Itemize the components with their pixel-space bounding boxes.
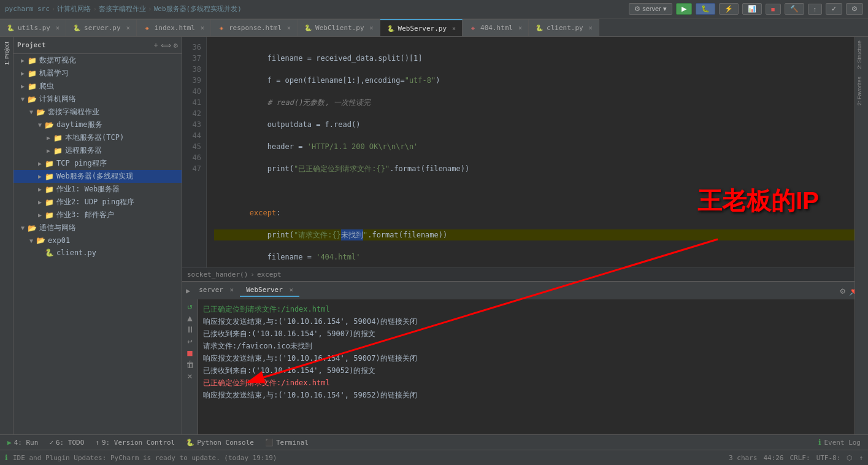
tab-server-py[interactable]: 🐍 server.py × xyxy=(66,19,137,36)
structure-tab[interactable]: 2: Structure xyxy=(855,37,868,73)
tree-arrow: ▶ xyxy=(18,83,27,90)
tree-arrow: ▶ xyxy=(44,134,53,141)
tree-item-network[interactable]: ▼ 📂 计算机网络 xyxy=(13,93,182,106)
close-tab-icon[interactable]: × xyxy=(518,25,522,31)
gear-icon[interactable]: ⚙ xyxy=(174,41,178,50)
bottom-run-panel: ▶ server × WebServer × ⚙ 📌 xyxy=(182,281,868,434)
vcs-tool-tab[interactable]: ↑ 9: Version Control xyxy=(90,437,180,448)
console-text: 已接收到来自:('10.10.16.154', 59052)的报文 xyxy=(203,364,375,377)
code-content[interactable]: filename = received_data.split()[1] f = … xyxy=(207,37,868,267)
tree-item-data-vis[interactable]: ▶ 📁 数据可视化 xyxy=(13,54,182,67)
event-log-icon: ℹ xyxy=(818,438,821,447)
close-tab-icon[interactable]: × xyxy=(287,25,291,31)
tab-index-html[interactable]: ◈ index.html × xyxy=(137,19,211,36)
soft-wrap-icon[interactable]: ↩ xyxy=(187,337,192,345)
stop-run-icon[interactable]: ■ xyxy=(187,348,192,357)
vcs-update[interactable]: ↑ xyxy=(808,4,823,15)
encoding[interactable]: UTF-8: xyxy=(816,454,841,462)
scroll-up-icon[interactable]: ▲ xyxy=(187,313,192,322)
tab-webserver-py[interactable]: 🐍 WebServer.py × xyxy=(380,19,463,36)
console-line-7: 已正确定位到请求文件:/index.html xyxy=(203,377,863,389)
tree-item-daytime[interactable]: ▼ 📂 daytime服务 xyxy=(13,118,182,131)
folder-icon: 📁 xyxy=(44,210,54,220)
profile-button[interactable]: 📊 xyxy=(742,3,762,15)
tree-item-hw3[interactable]: ▶ 📁 作业3: 邮件客户 xyxy=(13,209,182,221)
run-tool-tab[interactable]: ▶ 4: Run xyxy=(2,437,43,448)
console-output[interactable]: 已正确定位到请求文件:/index.html 响应报文发送结束,与:('10.1… xyxy=(198,299,868,434)
tree-item-client-py[interactable]: ▶ 🐍 client.py xyxy=(13,247,182,259)
settings-run-icon[interactable]: ⚙ xyxy=(840,286,845,296)
terminal-tab[interactable]: ⬛ Terminal xyxy=(260,437,313,448)
rerun-icon[interactable]: ↺ xyxy=(187,302,192,310)
close-tab-icon[interactable]: × xyxy=(201,25,204,31)
console-line-1: 已正确定位到请求文件:/index.html xyxy=(203,303,863,315)
tree-item-socket[interactable]: ▼ 📂 套接字编程作业 xyxy=(13,106,182,118)
close-panel-icon[interactable]: × xyxy=(187,372,192,380)
update-icon: ℹ xyxy=(5,453,8,462)
tree-item-crawler[interactable]: ▶ 📁 爬虫 xyxy=(13,80,182,93)
tree-item-tcp-ping[interactable]: ▶ 📁 TCP ping程序 xyxy=(13,157,182,170)
close-run-tab-icon[interactable]: × xyxy=(230,286,234,294)
run-config-selector[interactable]: ⚙ server ▾ xyxy=(629,3,672,15)
folder-icon: 📁 xyxy=(44,159,54,169)
project-tab[interactable]: 1: Project xyxy=(2,38,11,69)
breadcrumb-func: socket_hander() xyxy=(187,271,248,279)
tree-item-local-server[interactable]: ▶ 📁 本地服务器(TCP) xyxy=(13,131,182,144)
code-line-41: print("已正确定位到请求文件:{}".format(filename)) xyxy=(214,163,861,174)
tree-arrow: ▶ xyxy=(36,186,44,193)
tree-item-hw1[interactable]: ▶ 📁 作业1: Web服务器 xyxy=(13,183,182,196)
tree-label: 远程服务器 xyxy=(65,145,102,156)
console-line-3: 已接收到来自:('10.10.16.154', 59007)的报文 xyxy=(203,328,863,340)
close-tab-icon[interactable]: × xyxy=(452,25,456,32)
html-file-icon: ◈ xyxy=(217,24,226,33)
run-tool-icon: ▶ xyxy=(7,439,12,447)
tree-label: client.py xyxy=(56,248,96,257)
close-tab-icon[interactable]: × xyxy=(56,25,60,31)
tab-utils-py[interactable]: 🐍 utils.py × xyxy=(0,19,66,36)
close-tab-icon[interactable]: × xyxy=(370,25,374,31)
close-run-tab-icon[interactable]: × xyxy=(289,286,293,294)
clear-console-icon[interactable]: 🗑 xyxy=(186,360,194,369)
console-text-highlighted: 已正确定位到请求文件:/index.html xyxy=(203,377,330,389)
console-text: 响应报文发送结束,与:('10.10.16.154', 59004)的链接关闭 xyxy=(203,315,417,328)
close-tab-icon[interactable]: × xyxy=(589,25,593,31)
tree-item-ml[interactable]: ▶ 📁 机器学习 xyxy=(13,67,182,80)
tree-item-remote-server[interactable]: ▶ 📁 远程服务器 xyxy=(13,144,182,157)
tab-webclient-py[interactable]: 🐍 WebClient.py × xyxy=(298,19,380,36)
tree-item-comm[interactable]: ▼ 📂 通信与网络 xyxy=(13,221,182,234)
status-bar: ℹ IDE and Plugin Updates: PyCharm is rea… xyxy=(0,450,868,465)
tab-response-html[interactable]: ◈ response.html × xyxy=(211,19,298,36)
debug-button[interactable]: 🐛 xyxy=(696,3,715,15)
todo-tool-tab[interactable]: ✓ 6: TODO xyxy=(44,437,89,448)
pause-icon[interactable]: ⏸ xyxy=(186,325,194,334)
toolbar-right: ⚙ server ▾ ▶ 🐛 ⚡ 📊 ■ 🔨 ↑ ✓ ⚙ xyxy=(629,3,863,15)
python-console-tab[interactable]: 🐍 Python Console xyxy=(181,437,259,448)
line-ending[interactable]: CRLF: xyxy=(790,454,810,462)
build-button[interactable]: 🔨 xyxy=(785,3,804,15)
run-tab-webserver[interactable]: WebServer × xyxy=(240,284,299,297)
tree-item-hw2[interactable]: ▶ 📁 作业2: UDP ping程序 xyxy=(13,196,182,209)
close-tab-icon[interactable]: × xyxy=(126,25,130,31)
tree-item-web-server[interactable]: ▶ 📁 Web服务器(多线程实现 xyxy=(13,170,182,183)
add-icon[interactable]: + xyxy=(154,41,158,50)
py-file-icon: 🐍 xyxy=(535,24,543,33)
stop-button[interactable]: ■ xyxy=(766,4,781,15)
favorites-tab[interactable]: 2: Favorites xyxy=(855,73,868,109)
tree-label: Web服务器(多线程实现 xyxy=(56,171,133,182)
cursor-position[interactable]: 44:26 xyxy=(763,454,783,462)
run-button[interactable]: ▶ xyxy=(676,3,692,15)
expand-icon[interactable]: ⟺ xyxy=(161,41,171,50)
event-log-label[interactable]: Event Log xyxy=(824,439,861,447)
tab-404-html[interactable]: ◈ 404.html × xyxy=(463,19,529,36)
vcs-commit[interactable]: ✓ xyxy=(826,3,842,15)
coverage-button[interactable]: ⚡ xyxy=(719,3,739,15)
console-text: 已接收到来自:('10.10.16.154', 59007)的报文 xyxy=(203,328,375,340)
project-sidebar: Project + ⟺ ⚙ ▶ 📁 数据可视化 ▶ 📁 机器学习 ▶ 📁 xyxy=(13,37,182,434)
tree-label: exp01 xyxy=(48,236,70,245)
settings-button[interactable]: ⚙ xyxy=(846,3,863,15)
code-editor[interactable]: 36 37 38 39 40 41 42 43 44 45 46 47 file… xyxy=(182,37,868,267)
run-tab-server[interactable]: server × xyxy=(193,284,240,297)
toolbar: pycharm src › 计算机网络 › 套接字编程作业 › Web服务器(多… xyxy=(0,0,868,18)
tab-client-py[interactable]: 🐍 client.py × xyxy=(529,19,599,36)
tree-item-exp01[interactable]: ▼ 📂 exp01 xyxy=(13,234,182,247)
